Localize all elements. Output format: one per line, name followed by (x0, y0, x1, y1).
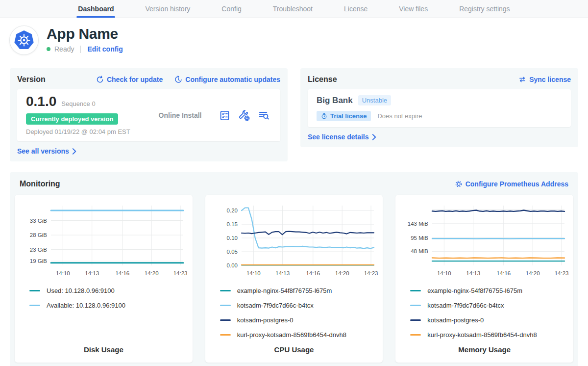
sync-icon (518, 76, 526, 83)
configure-prometheus-label: Configure Prometheus Address (466, 180, 568, 188)
svg-text:19 GiB: 19 GiB (30, 258, 47, 264)
tab-license[interactable]: License (343, 0, 369, 18)
deploy-logs-icon[interactable] (258, 110, 270, 121)
install-type-label: Online Install (141, 111, 219, 119)
svg-text:14:16: 14:16 (306, 270, 320, 276)
config-wrench-icon[interactable] (239, 110, 250, 121)
tab-registry-settings[interactable]: Registry settings (458, 0, 511, 18)
sync-license-button[interactable]: Sync license (518, 76, 571, 83)
status-text: Ready (54, 45, 74, 53)
svg-text:14:16: 14:16 (116, 270, 130, 276)
nav-tabs: DashboardVersion historyConfigTroublesho… (76, 0, 511, 18)
license-card-header: License Sync license (308, 75, 571, 84)
svg-text:14:23: 14:23 (173, 270, 187, 276)
svg-text:14:13: 14:13 (85, 270, 99, 276)
current-version-box: 0.1.0 Sequence 0 Currently deployed vers… (17, 89, 280, 141)
svg-text:0.20: 0.20 (227, 208, 238, 213)
legend-label: kotsadm-7f9dc7d66c-b4tcx (427, 302, 504, 309)
tab-dashboard[interactable]: Dashboard (76, 0, 115, 18)
configure-prometheus-button[interactable]: Configure Prometheus Address (455, 180, 568, 188)
cards-row: Version Check for update (10, 68, 578, 161)
legend-item: kotsadm-postgres-0 (410, 316, 573, 324)
app-header: App Name Ready Edit config (10, 26, 578, 54)
legend-item: Used: 10.128.0.96:9100 (29, 287, 193, 294)
divider (80, 46, 81, 53)
version-actions: Check for update Configure automatic upd… (96, 76, 280, 83)
cpu-usage-chart: 14:1014:1314:1614:2014:230.200.150.100.0… (210, 201, 378, 278)
chevron-right-icon (372, 134, 376, 140)
disk-usage-chart-title: Disk Usage (15, 345, 193, 354)
legend-label: kotsadm-postgres-0 (237, 316, 294, 324)
legend-label: kotsadm-7f9dc7d66c-b4tcx (237, 302, 314, 309)
svg-text:143 MiB: 143 MiB (407, 221, 428, 227)
preflight-checklist-icon[interactable] (219, 110, 230, 121)
configure-automatic-updates-label: Configure automatic updates (185, 76, 280, 83)
memory-usage-chart: 14:1014:1314:1614:2014:23143 MiB95 MiB48… (401, 201, 568, 278)
svg-text:14:10: 14:10 (56, 270, 70, 276)
chevron-right-icon (72, 148, 76, 155)
app-status-row: Ready Edit config (47, 45, 123, 53)
legend-color-dash (410, 305, 421, 306)
legend-label: kurl-proxy-kotsadm-8569fb6454-dnvh8 (427, 331, 537, 339)
status-dot-icon (47, 47, 50, 51)
memory-usage-chart-card: 14:1014:1314:1614:2014:23143 MiB95 MiB48… (395, 195, 573, 363)
see-all-versions-link[interactable]: See all versions (17, 147, 76, 155)
disk-usage-chart-card: 14:1014:1314:1614:2014:2333 GiB28 GiB23 … (15, 195, 193, 363)
legend-item: kotsadm-7f9dc7d66c-b4tcx (410, 302, 573, 309)
cpu-usage-legend: example-nginx-54f8f76755-l675mkotsadm-7f… (205, 278, 383, 339)
legend-color-dash (220, 305, 231, 306)
svg-text:14:10: 14:10 (437, 270, 451, 276)
version-number-row: 0.1.0 Sequence 0 (26, 95, 141, 110)
refresh-icon (96, 76, 104, 83)
top-nav: DashboardVersion historyConfigTroublesho… (0, 0, 588, 18)
check-for-update-label: Check for update (107, 76, 163, 83)
legend-color-dash (220, 290, 231, 291)
tab-view-files[interactable]: View files (397, 0, 429, 18)
gear-icon (455, 180, 463, 188)
legend-item: kotsadm-postgres-0 (220, 316, 383, 324)
legend-color-dash (29, 305, 40, 306)
tab-version-history[interactable]: Version history (144, 0, 192, 18)
version-sequence: Sequence 0 (61, 98, 95, 110)
legend-color-dash (29, 290, 40, 291)
edit-config-link[interactable]: Edit config (87, 45, 122, 53)
app-title: App Name (47, 26, 123, 42)
svg-text:28 GiB: 28 GiB (30, 232, 47, 238)
svg-text:14:16: 14:16 (496, 270, 511, 276)
legend-label: example-nginx-54f8f76755-l675m (427, 287, 522, 294)
legend-item: Available: 10.128.0.96:9100 (29, 302, 193, 309)
license-card-title: License (308, 75, 337, 84)
tab-troubleshoot[interactable]: Troubleshoot (271, 0, 314, 18)
legend-color-dash (410, 290, 421, 291)
channel-badge: Unstable (358, 95, 391, 105)
legend-item: kurl-proxy-kotsadm-8569fb6454-dnvh8 (410, 331, 573, 339)
legend-label: Available: 10.128.0.96:9100 (47, 302, 125, 309)
svg-text:48 MiB: 48 MiB (411, 248, 428, 254)
legend-color-dash (410, 334, 421, 336)
version-action-icons (219, 110, 271, 121)
svg-text:0.05: 0.05 (227, 249, 238, 255)
app-header-text: App Name Ready Edit config (47, 26, 123, 54)
check-for-update-button[interactable]: Check for update (96, 76, 163, 83)
legend-color-dash (220, 319, 231, 321)
legend-item: example-nginx-54f8f76755-l675m (410, 287, 573, 294)
cpu-usage-chart-title: CPU Usage (205, 345, 383, 354)
license-name: Big Bank (317, 96, 353, 105)
svg-text:14:10: 14:10 (246, 270, 261, 276)
svg-text:0.00: 0.00 (227, 262, 238, 268)
legend-color-dash (410, 319, 421, 321)
legend-item: kurl-proxy-kotsadm-8569fb6454-dnvh8 (220, 331, 383, 339)
see-license-details-link[interactable]: See license details (308, 133, 376, 141)
dashboard-page: App Name Ready Edit config Version (0, 26, 588, 366)
version-card-header: Version Check for update (17, 75, 280, 84)
legend-label: Used: 10.128.0.96:9100 (47, 287, 115, 294)
configure-automatic-updates-button[interactable]: Configure automatic updates (174, 76, 280, 83)
version-card-title: Version (17, 75, 46, 84)
trial-license-badge: Trial license (317, 111, 371, 121)
currently-deployed-badge: Currently deployed version (26, 113, 118, 125)
license-name-row: Big Bank Unstable (317, 95, 562, 105)
tab-config[interactable]: Config (220, 0, 243, 18)
license-info-box: Big Bank Unstable Trial license Does not… (308, 89, 571, 127)
deployed-timestamp: Deployed 01/19/22 @ 02:04 pm EST (26, 128, 141, 135)
svg-text:14:13: 14:13 (275, 270, 290, 276)
